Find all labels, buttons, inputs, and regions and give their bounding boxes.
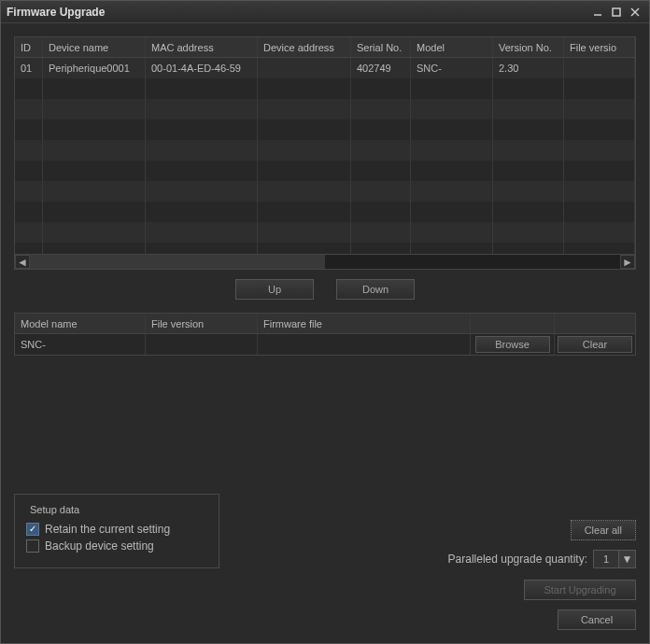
reorder-buttons: Up Down xyxy=(14,270,636,313)
svg-rect-1 xyxy=(613,8,620,16)
fwtable-header: Model name File version Firmware file xyxy=(15,314,635,334)
cell-model: SNC- xyxy=(411,58,493,78)
clear-all-button[interactable]: Clear all xyxy=(571,520,636,540)
browse-button[interactable]: Browse xyxy=(475,336,550,353)
scroll-right-icon[interactable]: ► xyxy=(620,255,635,269)
firmware-file-table: Model name File version Firmware file SN… xyxy=(14,313,636,356)
down-button[interactable]: Down xyxy=(336,279,415,300)
table-row-empty xyxy=(15,161,635,181)
table-row-empty xyxy=(15,140,635,161)
grid-body: 01 Peripherique0001 00-01-4A-ED-46-59 40… xyxy=(15,58,635,254)
col-model[interactable]: Model xyxy=(411,37,493,57)
cancel-button[interactable]: Cancel xyxy=(558,609,636,630)
retain-label: Retain the current setting xyxy=(45,523,170,536)
backup-setting-checkbox[interactable]: Backup device setting xyxy=(26,539,207,553)
titlebar: Firmware Upgrade xyxy=(1,1,649,23)
parallel-value: 1 xyxy=(594,553,618,565)
device-grid: ID Device name MAC address Device addres… xyxy=(14,36,636,270)
col-serial[interactable]: Serial No. xyxy=(351,37,411,57)
cell-file-version2 xyxy=(146,334,258,355)
bottom-row: Setup data Retain the current setting Ba… xyxy=(14,494,636,568)
cell-version: 2.30 xyxy=(493,58,564,78)
cell-firmware-file xyxy=(258,334,471,355)
parallel-label: Paralleled upgrade quantity: xyxy=(448,553,587,566)
checkbox-icon xyxy=(26,523,39,536)
setup-data-fieldset: Setup data Retain the current setting Ba… xyxy=(14,494,219,568)
table-row-empty xyxy=(15,99,635,119)
scroll-left-icon[interactable]: ◄ xyxy=(15,255,30,269)
cell-device-address xyxy=(258,58,351,78)
table-row-empty xyxy=(15,181,635,202)
right-column: Clear all Paralleled upgrade quantity: 1… xyxy=(231,520,636,568)
setup-legend: Setup data xyxy=(26,504,207,515)
firmware-upgrade-window: Firmware Upgrade ID Device name MAC addr… xyxy=(0,0,650,644)
grid-header: ID Device name MAC address Device addres… xyxy=(15,37,635,58)
parallel-quantity-row: Paralleled upgrade quantity: 1 ▼ xyxy=(448,550,636,568)
minimize-button[interactable] xyxy=(589,5,606,20)
start-upgrading-button[interactable]: Start Upgrading xyxy=(524,580,636,600)
table-row-empty xyxy=(15,202,635,222)
col-firmware-file: Firmware file xyxy=(258,314,471,333)
cell-mac: 00-01-4A-ED-46-59 xyxy=(146,58,258,78)
table-row-empty xyxy=(15,78,635,99)
backup-label: Backup device setting xyxy=(45,539,154,553)
checkbox-icon xyxy=(26,539,39,553)
cell-model-name: SNC- xyxy=(15,334,146,355)
table-row-empty xyxy=(15,243,635,254)
footer-row: Cancel xyxy=(14,600,636,630)
parallel-quantity-select[interactable]: 1 ▼ xyxy=(593,550,636,568)
up-button[interactable]: Up xyxy=(235,279,314,300)
scroll-thumb[interactable] xyxy=(30,255,325,269)
table-row-empty xyxy=(15,222,635,243)
table-row[interactable]: 01 Peripherique0001 00-01-4A-ED-46-59 40… xyxy=(15,58,635,78)
col-version[interactable]: Version No. xyxy=(493,37,564,57)
window-title: Firmware Upgrade xyxy=(7,6,589,19)
clear-button[interactable]: Clear xyxy=(558,336,632,353)
col-device-name[interactable]: Device name xyxy=(43,37,146,57)
fwtable-row: SNC- Browse Clear xyxy=(15,334,635,355)
cell-id: 01 xyxy=(15,58,43,78)
col-mac[interactable]: MAC address xyxy=(146,37,258,57)
col-clear-spacer xyxy=(555,314,635,333)
horizontal-scrollbar[interactable]: ◄ ► xyxy=(15,254,635,269)
table-row-empty xyxy=(15,119,635,140)
cell-file-version xyxy=(564,58,635,78)
cell-device-name: Peripherique0001 xyxy=(43,58,146,78)
chevron-down-icon: ▼ xyxy=(618,551,635,567)
retain-setting-checkbox[interactable]: Retain the current setting xyxy=(26,523,207,536)
scroll-track[interactable] xyxy=(30,255,620,269)
col-model-name: Model name xyxy=(15,314,146,333)
maximize-button[interactable] xyxy=(608,5,625,20)
close-button[interactable] xyxy=(627,5,643,20)
col-device-address[interactable]: Device address xyxy=(258,37,351,57)
col-browse-spacer xyxy=(471,314,555,333)
col-id[interactable]: ID xyxy=(15,37,43,57)
col-file-version[interactable]: File versio xyxy=(564,37,635,57)
action-row: Start Upgrading xyxy=(14,568,636,600)
titlebar-buttons xyxy=(589,5,643,20)
col-file-version2: File version xyxy=(146,314,258,333)
cell-serial: 402749 xyxy=(351,58,411,78)
content-area: ID Device name MAC address Device addres… xyxy=(1,23,649,643)
